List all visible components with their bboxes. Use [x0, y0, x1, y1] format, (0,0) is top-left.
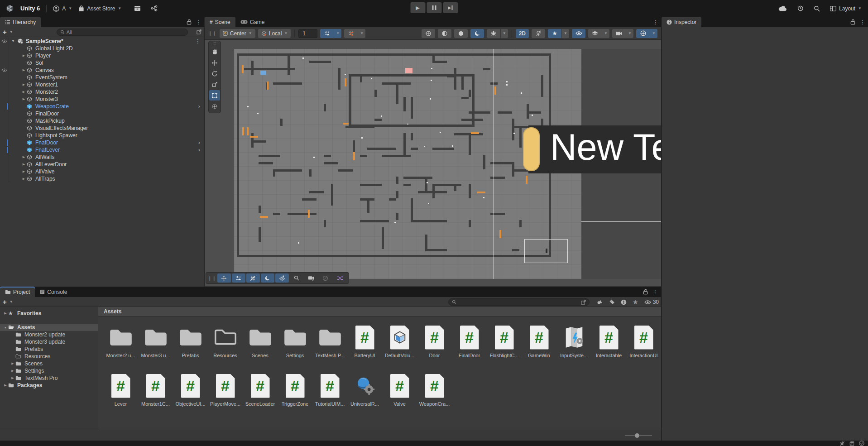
asset-door[interactable]: #Door	[417, 325, 452, 373]
grid-visibility-button[interactable]: Y	[320, 29, 334, 38]
asset-valve[interactable]: #Valve	[382, 373, 417, 422]
effects-button[interactable]: ★	[548, 29, 561, 38]
debugger-disabled-icon[interactable]	[839, 441, 845, 446]
hierarchy-item-weaponcrate[interactable]: WeaponCrate›	[0, 103, 204, 110]
kebab-menu-icon[interactable]: ⋮	[653, 19, 658, 25]
snap-toggle-button[interactable]	[344, 29, 358, 38]
expand-arrow[interactable]: ▶	[21, 68, 27, 72]
kebab-menu-icon[interactable]: ⋮	[860, 19, 865, 25]
tree-item-settings[interactable]: ▶Settings	[0, 367, 98, 374]
project-search-input[interactable]	[458, 299, 579, 305]
cache-server-disabled-icon[interactable]	[849, 441, 854, 446]
asset-finaldoor[interactable]: #FinalDoor	[452, 325, 487, 373]
kebab-menu-icon[interactable]: ⋮	[196, 19, 201, 25]
tab-inspector[interactable]: Inspector	[662, 17, 701, 27]
asset-monster3-u[interactable]: Monster3 u...	[138, 325, 173, 373]
tab-console[interactable]: Console	[35, 287, 72, 297]
create-button[interactable]: +	[3, 30, 7, 34]
tree-item-monster3-update[interactable]: Monster3 update	[0, 338, 98, 345]
expand-arrow[interactable]: ▼	[3, 326, 8, 329]
search-by-label-icon[interactable]	[609, 299, 615, 305]
hierarchy-item-visualeffectsmanager[interactable]: VisualEffectsManager	[0, 125, 204, 132]
camera-dropdown-icon[interactable]: ▼	[626, 29, 633, 38]
view-hand-tool[interactable]	[209, 47, 220, 57]
transform-tool[interactable]	[209, 101, 220, 111]
debug-dropdown-icon[interactable]: ▼	[501, 29, 508, 38]
random-shuffle-button[interactable]	[333, 273, 347, 283]
lock-icon[interactable]	[643, 289, 648, 295]
overlay-grip[interactable]: ☰	[209, 42, 220, 46]
open-window-icon[interactable]	[581, 300, 586, 305]
visible-count[interactable]: 30	[644, 299, 659, 305]
gizmos-button[interactable]	[636, 29, 650, 38]
tab-hierarchy[interactable]: Hierarchy	[0, 17, 41, 27]
overlay-grip[interactable]: ❙❙	[208, 276, 216, 281]
asset-batteryui[interactable]: #BatteryUI	[347, 325, 382, 373]
hierarchy-item-player[interactable]: ▶Player	[0, 52, 204, 59]
render-mode-button[interactable]	[261, 273, 274, 283]
scene-visibility-button[interactable]	[572, 29, 585, 38]
scene-viewport[interactable]: New Te ☰ ❙❙	[205, 40, 661, 286]
asset-objectiveui[interactable]: #ObjectiveUI...	[173, 373, 208, 422]
hierarchy-item-monster1[interactable]: ▶Monster1	[0, 81, 204, 88]
play-button[interactable]: ▶	[410, 2, 425, 13]
hierarchy-item-canvas[interactable]: ▶Canvas	[0, 67, 204, 74]
hierarchy-item-allwalls[interactable]: ▶AllWalls	[0, 153, 204, 161]
prefab-open-chevron[interactable]: ›	[198, 104, 204, 109]
layers-button[interactable]	[588, 29, 602, 38]
expand-arrow[interactable]: ▶	[3, 384, 8, 387]
undo-history-button[interactable]	[797, 5, 804, 12]
asset-monster1c[interactable]: #Monster1C...	[138, 373, 173, 422]
scene-header-row[interactable]: ▼SampleScene*⋮	[0, 37, 204, 45]
asset-textmesh-p[interactable]: TextMesh P...	[312, 325, 347, 373]
hierarchy-item-monster2[interactable]: ▶Monster2	[0, 88, 204, 96]
importance-icon[interactable]	[621, 299, 627, 305]
shading-shaded-wire-button[interactable]	[438, 29, 451, 38]
tilemap-focus-button[interactable]	[275, 273, 289, 283]
expand-arrow[interactable]: ▶	[10, 369, 15, 373]
grid-size-input[interactable]	[298, 29, 317, 38]
expand-arrow[interactable]: ▶	[10, 376, 15, 380]
rect-tool[interactable]	[209, 90, 220, 101]
expand-arrow[interactable]: ▶	[10, 362, 15, 365]
expand-arrow[interactable]: ▶	[21, 54, 27, 58]
effects-dropdown-icon[interactable]: ▼	[562, 29, 569, 38]
scale-tool[interactable]	[209, 79, 220, 90]
asset-tutorialuim[interactable]: #TutorialUIM...	[312, 373, 347, 422]
expand-arrow[interactable]: ▶	[21, 177, 27, 181]
hierarchy-item-alltraps[interactable]: ▶AllTraps	[0, 175, 204, 182]
tree-item-assets[interactable]: ▼Assets	[0, 324, 98, 331]
lock-icon[interactable]	[850, 19, 855, 25]
expand-arrow[interactable]: ▶	[21, 155, 27, 159]
scene-visibility-eye-icon[interactable]	[0, 38, 9, 45]
kebab-menu-icon[interactable]: ⋮	[195, 38, 204, 44]
asset-resources[interactable]: Resources	[208, 325, 243, 373]
prefab-open-chevron[interactable]: ›	[198, 148, 204, 152]
create-dropdown-icon[interactable]: ▼	[10, 300, 13, 304]
search-button[interactable]	[814, 5, 820, 12]
account-menu[interactable]: A ▼	[53, 5, 72, 12]
move-tool[interactable]	[209, 58, 220, 68]
layout-dropdown[interactable]: Layout ▼	[830, 5, 862, 12]
camera-record-button[interactable]	[304, 273, 318, 283]
expand-arrow[interactable]: ▶	[21, 83, 27, 86]
asset-gamewin[interactable]: #GameWin	[522, 325, 556, 373]
step-button[interactable]: ▶	[443, 2, 458, 13]
asset-defaultvolu[interactable]: DefaultVolu...	[382, 325, 417, 373]
grid-dropdown-icon[interactable]: ▼	[334, 29, 341, 38]
disabled-overlay-button[interactable]	[319, 273, 332, 283]
slider-knob[interactable]	[635, 433, 639, 438]
hierarchy-item-sol[interactable]: Sol	[0, 59, 204, 67]
zoom-search-button[interactable]	[290, 273, 303, 283]
hierarchy-search-input[interactable]	[67, 29, 184, 35]
tree-item-resources[interactable]: Resources	[0, 353, 98, 360]
expand-arrow[interactable]: ▶	[21, 163, 27, 166]
asset-flashlightc[interactable]: #FlashlightC...	[487, 325, 522, 373]
create-button[interactable]: +	[3, 300, 7, 304]
asset-inputsyste[interactable]: InputSyste...	[556, 325, 591, 373]
expand-arrow[interactable]: ▶	[21, 97, 27, 101]
layers-dropdown-icon[interactable]: ▼	[602, 29, 609, 38]
snap-dropdown-icon[interactable]: ▼	[358, 29, 365, 38]
hierarchy-item-allvalve[interactable]: ▶AllValve	[0, 168, 204, 175]
scene-lighting-button[interactable]	[532, 29, 545, 38]
